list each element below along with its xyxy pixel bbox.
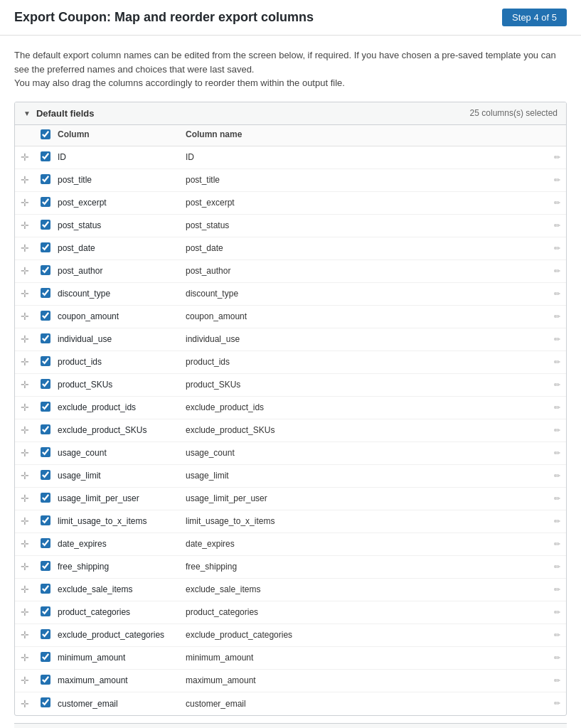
drag-handle-icon[interactable]: ✛ [21, 675, 41, 686]
row-checkbox-cell [41, 333, 58, 346]
edit-icon[interactable]: ✏ [554, 380, 560, 390]
row-checkbox[interactable] [41, 151, 50, 161]
row-column-name: minimum_amount [58, 653, 186, 663]
edit-icon[interactable]: ✏ [554, 562, 560, 572]
row-checkbox[interactable] [41, 333, 50, 343]
edit-icon[interactable]: ✏ [554, 585, 560, 594]
additional-meta-header[interactable]: ▶ Additional meta 1 columns(s) selected [14, 724, 567, 729]
drag-handle-icon[interactable]: ✛ [21, 493, 41, 504]
row-checkbox[interactable] [41, 265, 50, 275]
row-checkbox-cell [41, 447, 58, 459]
drag-handle-icon[interactable]: ✛ [21, 197, 41, 208]
edit-icon[interactable]: ✏ [554, 221, 560, 230]
table-row: ✛ post_date post_date ✏ [15, 237, 566, 260]
drag-handle-icon[interactable]: ✛ [21, 333, 41, 345]
table-row: ✛ individual_use individual_use ✏ [15, 328, 566, 351]
drag-handle-icon[interactable]: ✛ [21, 379, 41, 390]
page-title: Export Coupon: Map and reorder export co… [14, 10, 314, 25]
row-column-name: post_title [58, 175, 186, 185]
edit-icon[interactable]: ✏ [554, 289, 560, 299]
table-row: ✛ product_SKUs product_SKUs ✏ [15, 374, 566, 397]
row-checkbox-cell [41, 675, 58, 687]
row-name-wrapper: limit_usage_to_x_items ✏ [186, 516, 560, 526]
drag-handle-icon[interactable]: ✛ [21, 151, 41, 163]
row-checkbox[interactable] [41, 493, 50, 503]
row-column-name: exclude_product_categories [58, 630, 186, 640]
additional-meta-section: ▶ Additional meta 1 columns(s) selected [14, 723, 567, 729]
edit-icon[interactable]: ✏ [554, 312, 560, 321]
row-column-value: post_date [186, 243, 551, 253]
table-row: ✛ exclude_product_SKUs exclude_product_S… [15, 419, 566, 442]
row-checkbox-cell [41, 697, 58, 710]
drag-handle-icon[interactable]: ✛ [21, 629, 41, 641]
edit-icon[interactable]: ✏ [554, 676, 560, 685]
master-checkbox[interactable] [41, 129, 50, 139]
drag-handle-icon[interactable]: ✛ [21, 311, 41, 322]
row-column-name: product_categories [58, 607, 186, 617]
edit-icon[interactable]: ✏ [554, 471, 560, 481]
row-checkbox[interactable] [41, 561, 50, 571]
drag-handle-icon[interactable]: ✛ [21, 538, 41, 550]
description-line1: The default export column names can be e… [14, 50, 556, 75]
row-checkbox[interactable] [41, 174, 50, 184]
row-checkbox[interactable] [41, 220, 50, 230]
edit-icon[interactable]: ✏ [554, 198, 560, 208]
drag-handle-icon[interactable]: ✛ [21, 174, 41, 186]
row-checkbox[interactable] [41, 379, 50, 389]
row-checkbox[interactable] [41, 242, 50, 252]
drag-handle-icon[interactable]: ✛ [21, 242, 41, 254]
edit-icon[interactable]: ✏ [554, 517, 560, 526]
drag-handle-icon[interactable]: ✛ [21, 584, 41, 595]
row-column-name: customer_email [58, 699, 186, 709]
drag-handle-icon[interactable]: ✛ [21, 470, 41, 481]
row-checkbox[interactable] [41, 606, 50, 616]
row-checkbox[interactable] [41, 584, 50, 594]
edit-icon[interactable]: ✏ [554, 426, 560, 435]
row-name-wrapper: post_status ✏ [186, 220, 560, 230]
row-checkbox[interactable] [41, 197, 50, 207]
edit-icon[interactable]: ✏ [554, 494, 560, 503]
edit-icon[interactable]: ✏ [554, 403, 560, 412]
edit-icon[interactable]: ✏ [554, 335, 560, 344]
edit-icon[interactable]: ✏ [554, 653, 560, 663]
drag-handle-icon[interactable]: ✛ [21, 288, 41, 299]
row-checkbox[interactable] [41, 447, 50, 457]
row-checkbox[interactable] [41, 697, 50, 707]
edit-icon[interactable]: ✏ [554, 176, 560, 185]
row-checkbox-cell [41, 629, 58, 641]
row-checkbox[interactable] [41, 356, 50, 366]
drag-handle-icon[interactable]: ✛ [21, 515, 41, 527]
edit-icon[interactable]: ✏ [554, 358, 560, 367]
row-checkbox[interactable] [41, 652, 50, 662]
drag-handle-icon[interactable]: ✛ [21, 424, 41, 436]
drag-handle-icon[interactable]: ✛ [21, 447, 41, 459]
edit-icon[interactable]: ✏ [554, 244, 560, 253]
edit-icon[interactable]: ✏ [554, 631, 560, 640]
drag-handle-icon[interactable]: ✛ [21, 402, 41, 413]
edit-icon[interactable]: ✏ [554, 153, 560, 162]
row-checkbox[interactable] [41, 288, 50, 298]
row-checkbox[interactable] [41, 675, 50, 685]
edit-icon[interactable]: ✏ [554, 267, 560, 276]
row-checkbox[interactable] [41, 515, 50, 525]
row-checkbox[interactable] [41, 402, 50, 412]
row-checkbox-cell [41, 197, 58, 209]
row-checkbox[interactable] [41, 538, 50, 548]
drag-handle-icon[interactable]: ✛ [21, 356, 41, 368]
drag-handle-icon[interactable]: ✛ [21, 265, 41, 277]
drag-handle-icon[interactable]: ✛ [21, 698, 41, 710]
default-fields-header[interactable]: ▼ Default fields 25 columns(s) selected [15, 102, 566, 125]
drag-handle-icon[interactable]: ✛ [21, 606, 41, 618]
edit-icon[interactable]: ✏ [554, 540, 560, 549]
row-checkbox[interactable] [41, 424, 50, 434]
row-checkbox[interactable] [41, 470, 50, 480]
drag-handle-icon[interactable]: ✛ [21, 652, 41, 663]
drag-handle-icon[interactable]: ✛ [21, 220, 41, 231]
row-checkbox[interactable] [41, 629, 50, 639]
drag-handle-icon[interactable]: ✛ [21, 561, 41, 572]
edit-icon[interactable]: ✏ [554, 449, 560, 458]
edit-icon[interactable]: ✏ [554, 699, 560, 708]
row-checkbox[interactable] [41, 311, 50, 321]
edit-icon[interactable]: ✏ [554, 608, 560, 617]
row-column-name: usage_count [58, 448, 186, 458]
